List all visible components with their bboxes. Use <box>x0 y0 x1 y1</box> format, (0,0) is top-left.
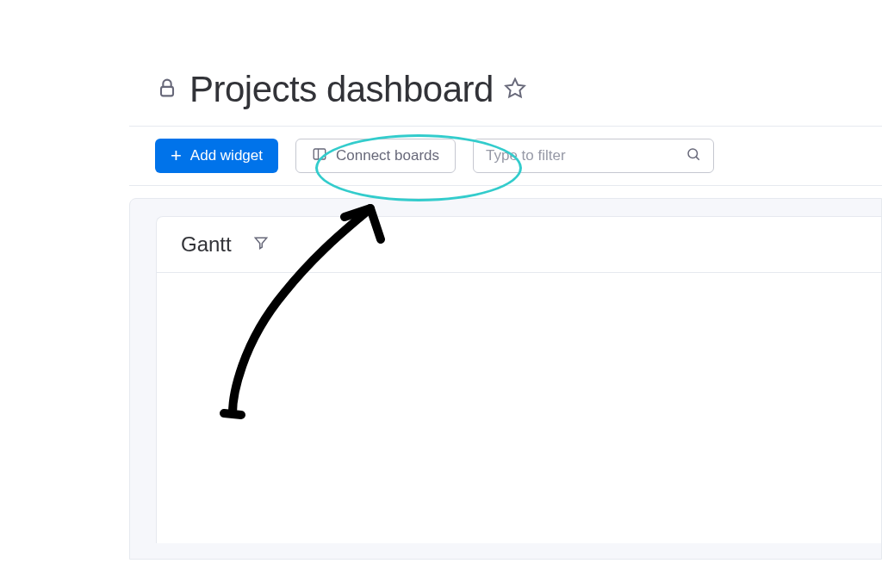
widget-area: Gantt <box>129 198 882 560</box>
widget-header: Gantt <box>157 217 881 273</box>
page-title: Projects dashboard <box>189 69 494 110</box>
filter-input[interactable] <box>486 147 686 164</box>
add-widget-button[interactable]: + Add widget <box>155 139 278 173</box>
toolbar: + Add widget Connect boards <box>129 126 882 186</box>
connect-boards-label: Connect boards <box>336 147 439 164</box>
svg-point-4 <box>688 149 698 158</box>
add-widget-label: Add widget <box>190 147 263 164</box>
gantt-widget: Gantt <box>156 216 881 543</box>
star-icon[interactable] <box>504 77 526 102</box>
boards-icon <box>312 146 327 166</box>
filter-input-wrap[interactable] <box>473 139 714 173</box>
filter-icon[interactable] <box>252 234 270 255</box>
lock-icon <box>155 76 179 103</box>
svg-rect-0 <box>161 87 173 96</box>
search-icon <box>686 146 701 165</box>
title-row: Projects dashboard <box>129 69 882 126</box>
widget-title: Gantt <box>181 232 232 257</box>
dashboard-page: Projects dashboard + Add widget Connect … <box>129 69 882 560</box>
plus-icon: + <box>171 146 182 165</box>
connect-boards-button[interactable]: Connect boards <box>295 139 456 173</box>
svg-rect-2 <box>314 149 326 159</box>
svg-line-5 <box>696 157 699 160</box>
svg-marker-1 <box>506 79 525 97</box>
